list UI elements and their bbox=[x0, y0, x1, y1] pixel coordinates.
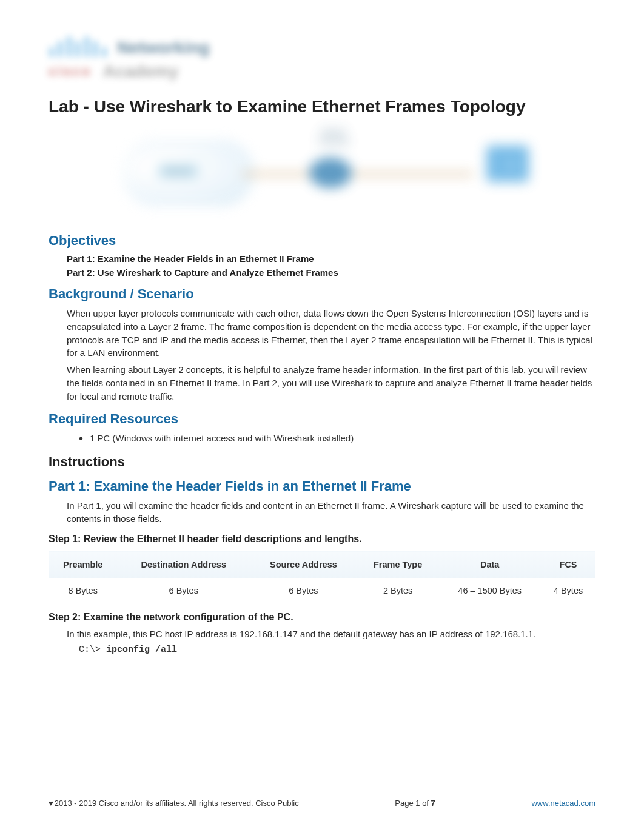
objective-part1: Part 1: Examine the Header Fields in an … bbox=[67, 253, 595, 264]
cloud-label: Internet bbox=[158, 164, 198, 178]
td-source: 6 Bytes bbox=[250, 578, 357, 603]
page-footer: ♥2013 - 2019 Cisco and/or its affiliates… bbox=[49, 799, 595, 808]
footer-copy: 2013 - 2019 Cisco and/or its affiliates.… bbox=[55, 799, 299, 808]
td-fcs: 4 Bytes bbox=[541, 578, 595, 603]
background-p2: When learning about Layer 2 concepts, it… bbox=[67, 363, 595, 403]
background-heading: Background / Scenario bbox=[49, 286, 595, 302]
td-preamble: 8 Bytes bbox=[49, 578, 118, 603]
th-data: Data bbox=[438, 551, 541, 578]
step1-heading: Step 1: Review the Ethernet II header fi… bbox=[49, 534, 595, 545]
background-p1: When upper layer protocols communicate w… bbox=[67, 307, 595, 360]
brand-logo: Networking cisco Academy bbox=[49, 36, 595, 91]
part1-heading: Part 1: Examine the Header Fields in an … bbox=[49, 478, 595, 494]
th-preamble: Preamble bbox=[49, 551, 118, 578]
footer-page-prefix: Page 1 of bbox=[395, 799, 431, 808]
th-source: Source Address bbox=[250, 551, 357, 578]
ethernet-header-table: Preamble Destination Address Source Addr… bbox=[49, 551, 595, 603]
resources-heading: Required Resources bbox=[49, 411, 595, 427]
code-prompt: C:\> bbox=[79, 645, 106, 655]
code-cmd: ipconfig /all bbox=[106, 645, 177, 655]
footer-left: ♥2013 - 2019 Cisco and/or its affiliates… bbox=[49, 799, 299, 808]
logo-word-networking: Networking bbox=[117, 38, 209, 57]
heart-icon: ♥ bbox=[49, 799, 53, 808]
code-line: C:\> ipconfig /all bbox=[79, 645, 595, 655]
th-destination: Destination Address bbox=[118, 551, 250, 578]
objective-part2: Part 2: Use Wireshark to Capture and Ana… bbox=[67, 267, 595, 278]
footer-page-total: 7 bbox=[431, 799, 435, 808]
td-destination: 6 Bytes bbox=[118, 578, 250, 603]
objectives-heading: Objectives bbox=[49, 233, 595, 249]
footer-link[interactable]: www.netacad.com bbox=[531, 799, 595, 808]
th-fcs: FCS bbox=[541, 551, 595, 578]
footer-right: www.netacad.com bbox=[531, 799, 595, 808]
td-frame-type: 2 Bytes bbox=[357, 578, 439, 603]
th-frame-type: Frame Type bbox=[357, 551, 439, 578]
topology-diagram: Internet Default Gateway PC bbox=[49, 121, 595, 224]
step2-p: In this example, this PC host IP address… bbox=[67, 628, 595, 641]
footer-center: Page 1 of 7 bbox=[395, 799, 435, 808]
logo-word-academy: Academy bbox=[103, 62, 179, 81]
table-row: 8 Bytes 6 Bytes 6 Bytes 2 Bytes 46 – 150… bbox=[49, 578, 595, 603]
step2-heading: Step 2: Examine the network configuratio… bbox=[49, 612, 595, 623]
resource-item: 1 PC (Windows with internet access and w… bbox=[79, 432, 595, 446]
instructions-heading: Instructions bbox=[49, 454, 595, 470]
page-title: Lab - Use Wireshark to Examine Ethernet … bbox=[49, 97, 595, 116]
logo-brand-cisco: cisco bbox=[49, 64, 92, 79]
td-data: 46 – 1500 Bytes bbox=[438, 578, 541, 603]
part1-intro: In Part 1, you will examine the header f… bbox=[67, 499, 595, 526]
pc-label: PC bbox=[506, 161, 517, 170]
router-label: Default Gateway bbox=[309, 127, 358, 146]
